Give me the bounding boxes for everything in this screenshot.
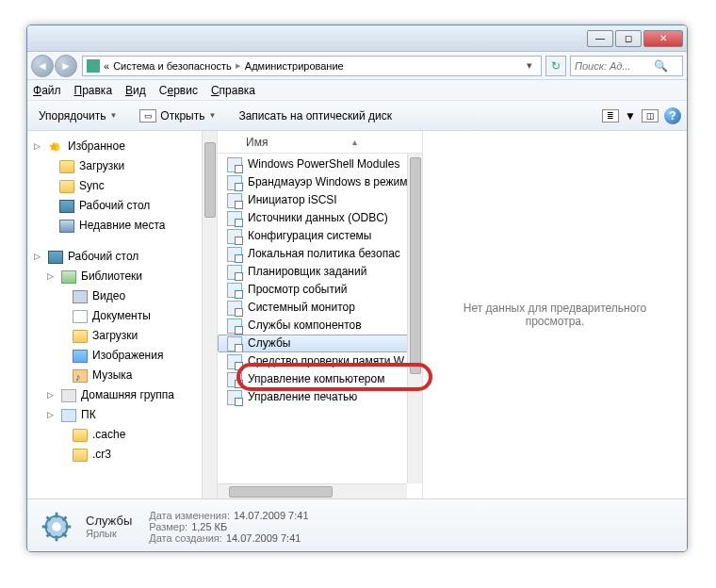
sidebar-desktop-root[interactable]: ▷Рабочий стол bbox=[29, 247, 215, 267]
file-row[interactable]: Windows PowerShell Modules bbox=[218, 155, 422, 173]
menu-help[interactable]: Справка bbox=[211, 84, 255, 97]
sidebar-item-pictures[interactable]: Изображения bbox=[29, 346, 215, 366]
shortcut-icon bbox=[227, 390, 242, 405]
date-created-value: 14.07.2009 7:41 bbox=[226, 532, 301, 544]
address-bar: ◄ ► « Система и безопасность ▸ Администр… bbox=[27, 52, 687, 80]
search-input[interactable] bbox=[575, 60, 650, 72]
file-name: Управление печатью bbox=[248, 389, 357, 405]
menu-file[interactable]: Файл bbox=[33, 84, 61, 97]
file-row[interactable]: Управление компьютером bbox=[218, 370, 422, 388]
sidebar-libraries[interactable]: ▷Библиотеки bbox=[29, 267, 215, 286]
sidebar-favorites[interactable]: ▷Избранное bbox=[29, 137, 215, 156]
file-name: Локальная политика безопас bbox=[248, 246, 400, 262]
details-pane: Службы Ярлык Дата изменения:14.07.2009 7… bbox=[27, 498, 687, 552]
sidebar-item-music[interactable]: Музыка bbox=[29, 366, 215, 385]
video-icon bbox=[73, 290, 88, 303]
document-icon bbox=[73, 310, 88, 323]
desktop-icon bbox=[59, 200, 74, 213]
file-name: Службы компонентов bbox=[248, 318, 362, 334]
organize-button[interactable]: Упорядочить▼ bbox=[33, 106, 122, 125]
chevron-down-icon: ▼ bbox=[109, 111, 117, 120]
svg-point-1 bbox=[52, 522, 61, 531]
menu-edit[interactable]: Правка bbox=[74, 84, 113, 97]
file-row[interactable]: Службы bbox=[218, 335, 422, 352]
date-modified-label: Дата изменения: bbox=[149, 510, 230, 521]
folder-icon bbox=[73, 449, 88, 462]
filelist-hscrollbar[interactable] bbox=[218, 483, 407, 498]
sidebar-item-video[interactable]: Видео bbox=[29, 286, 215, 306]
breadcrumb[interactable]: « Система и безопасность ▸ Администриров… bbox=[82, 56, 542, 76]
shortcut-icon bbox=[227, 247, 242, 262]
sidebar-item-downloads[interactable]: Загрузки bbox=[29, 326, 215, 346]
shortcut-icon bbox=[227, 157, 242, 172]
file-row[interactable]: Планировщик заданий bbox=[218, 263, 422, 281]
sidebar-item-cache[interactable]: .cache bbox=[29, 425, 215, 445]
file-row[interactable]: Средство проверки памяти W bbox=[218, 352, 422, 370]
burn-button[interactable]: Записать на оптический диск bbox=[233, 106, 398, 125]
file-name: Инициатор iSCSI bbox=[248, 192, 337, 208]
folder-icon bbox=[73, 429, 88, 442]
back-button[interactable]: ◄ bbox=[31, 55, 54, 77]
preview-pane-button[interactable]: ◫ bbox=[642, 109, 659, 122]
file-row[interactable]: Управление печатью bbox=[218, 388, 422, 406]
file-name: Брандмауэр Windows в режим bbox=[248, 174, 408, 190]
shortcut-icon bbox=[227, 211, 242, 226]
navigation-pane: ▷Избранное Загрузки Sync Рабочий стол Не… bbox=[27, 131, 218, 498]
help-icon[interactable]: ? bbox=[664, 107, 681, 124]
gear-icon bbox=[37, 507, 76, 547]
sidebar-scrollbar[interactable] bbox=[202, 131, 217, 498]
open-button[interactable]: ▭ Открыть▼ bbox=[134, 106, 221, 125]
sidebar-item-documents[interactable]: Документы bbox=[29, 306, 215, 326]
homegroup-icon bbox=[61, 389, 76, 402]
file-row[interactable]: Службы компонентов bbox=[218, 317, 422, 335]
shortcut-icon bbox=[227, 229, 242, 244]
breadcrumb-part2[interactable]: Администрирование bbox=[245, 60, 344, 72]
file-row[interactable]: Локальная политика безопас bbox=[218, 245, 422, 263]
menu-view[interactable]: Вид bbox=[125, 84, 146, 97]
chevron-down-icon[interactable]: ▾ bbox=[522, 59, 537, 72]
sidebar-item-desktop[interactable]: Рабочий стол bbox=[29, 196, 215, 216]
shortcut-icon bbox=[227, 283, 242, 298]
file-row[interactable]: Брандмауэр Windows в режим bbox=[218, 173, 422, 191]
file-row[interactable]: Конфигурация системы bbox=[218, 227, 422, 245]
search-field[interactable]: 🔍 bbox=[570, 56, 683, 76]
file-row[interactable]: Просмотр событий bbox=[218, 281, 422, 299]
sidebar-item-cr3[interactable]: .cr3 bbox=[29, 445, 215, 465]
preview-pane: Нет данных для предварительного просмотр… bbox=[423, 131, 687, 498]
command-bar: Упорядочить▼ ▭ Открыть▼ Записать на опти… bbox=[27, 101, 687, 131]
sidebar-item-downloads[interactable]: Загрузки bbox=[29, 156, 215, 176]
size-label: Размер: bbox=[149, 521, 187, 532]
view-mode-button[interactable]: ≣ bbox=[602, 109, 619, 122]
file-name: Системный монитор bbox=[248, 300, 355, 316]
file-name: Windows PowerShell Modules bbox=[248, 156, 399, 172]
folder-icon bbox=[59, 160, 74, 173]
shortcut-icon bbox=[227, 318, 242, 334]
shortcut-icon bbox=[227, 354, 242, 369]
file-row[interactable]: Инициатор iSCSI bbox=[218, 191, 422, 209]
desktop-icon bbox=[48, 251, 63, 264]
minimize-button[interactable]: — bbox=[587, 30, 613, 47]
breadcrumb-part1[interactable]: Система и безопасность bbox=[113, 60, 232, 72]
details-name: Службы bbox=[86, 514, 132, 528]
filelist-vscrollbar[interactable] bbox=[407, 154, 422, 483]
sidebar-pc[interactable]: ▷ПК bbox=[29, 405, 215, 425]
shortcut-icon bbox=[227, 193, 242, 208]
forward-button[interactable]: ► bbox=[55, 55, 77, 77]
sidebar-item-sync[interactable]: Sync bbox=[29, 176, 215, 196]
explorer-window: — ◻ ✕ ◄ ► « Система и безопасность ▸ Адм… bbox=[26, 24, 688, 552]
sidebar-item-recent[interactable]: Недавние места bbox=[29, 216, 215, 236]
refresh-button[interactable]: ↻ bbox=[545, 56, 566, 76]
date-created-label: Дата создания: bbox=[149, 532, 222, 544]
column-header-name[interactable]: Имя ▴ bbox=[218, 131, 422, 154]
menu-tools[interactable]: Сервис bbox=[159, 84, 198, 97]
file-name: Средство проверки памяти W bbox=[248, 353, 404, 369]
recent-icon bbox=[59, 220, 74, 233]
titlebar: — ◻ ✕ bbox=[27, 25, 687, 52]
file-row[interactable]: Системный монитор bbox=[218, 299, 422, 317]
file-name: Управление компьютером bbox=[248, 371, 384, 387]
maximize-button[interactable]: ◻ bbox=[615, 30, 642, 47]
sidebar-homegroup[interactable]: ▷Домашняя группа bbox=[29, 385, 215, 405]
file-row[interactable]: Источники данных (ODBC) bbox=[218, 209, 422, 227]
chevron-down-icon[interactable]: ▼ bbox=[625, 109, 636, 122]
close-button[interactable]: ✕ bbox=[643, 30, 683, 47]
